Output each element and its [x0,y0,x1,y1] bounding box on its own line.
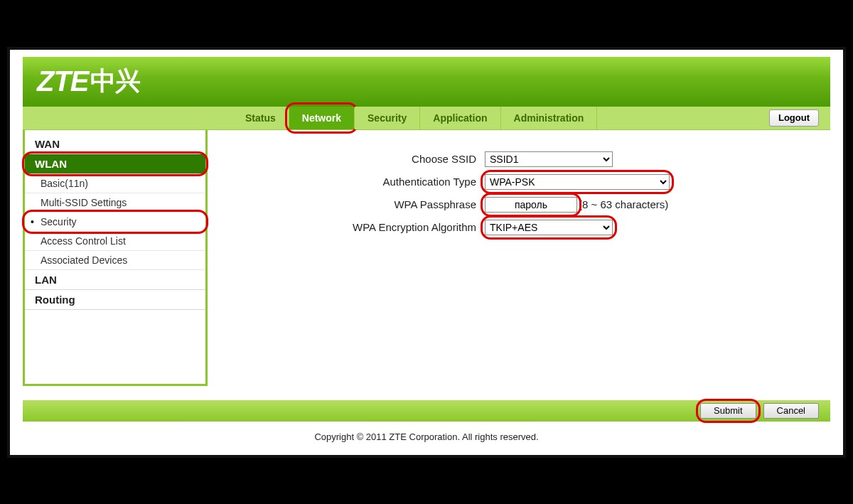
input-passphrase[interactable] [485,197,577,213]
sidebar-item-lan[interactable]: LAN [25,270,205,290]
label-pass: WPA Passphrase [229,198,485,210]
sidebar-sub-security[interactable]: Security [25,213,205,232]
label-auth: Authentication Type [229,176,485,188]
logo-brand: ZTE [37,65,89,97]
sidebar-item-wlan-label: WLAN [35,158,67,170]
sidebar-item-wan[interactable]: WAN [25,134,205,154]
wrap-pass [485,197,577,213]
header-bar: ZTE中兴 [23,57,830,107]
select-ssid[interactable]: SSID1 [485,151,613,167]
tab-application[interactable]: Application [420,107,500,129]
sidebar-sub-multissid[interactable]: Multi-SSID Settings [25,193,205,213]
logo-cn: 中兴 [90,66,140,95]
sidebar-sub-assoc[interactable]: Associated Devices [25,251,205,270]
logout-button[interactable]: Logout [769,109,819,127]
select-encryption[interactable]: TKIP+AES [485,220,613,235]
action-bar: Submit Cancel [23,400,830,422]
nav-tabs: Status Network Security Application Admi… [23,107,830,130]
cancel-button[interactable]: Cancel [763,403,819,419]
label-enc: WPA Encryption Algorithm [229,221,485,233]
wrap-submit: Submit [700,403,756,419]
tab-status[interactable]: Status [232,107,289,129]
sidebar: WAN WLAN Basic(11n) Multi-SSID Settings … [23,130,208,386]
sidebar-item-wlan[interactable]: WLAN [25,154,205,174]
footer-copyright: Copyright © 2011 ZTE Corporation. All ri… [23,422,830,442]
sidebar-sub-basic[interactable]: Basic(11n) [25,174,205,193]
body: WAN WLAN Basic(11n) Multi-SSID Settings … [23,130,830,386]
sidebar-sub-acl[interactable]: Access Control List [25,232,205,251]
tab-network[interactable]: Network [289,107,355,129]
logo: ZTE中兴 [37,64,140,99]
row-pass: WPA Passphrase (8 ~ 63 characters) [229,197,809,213]
sidebar-sub-security-label: Security [41,216,77,227]
tab-security[interactable]: Security [355,107,420,129]
row-ssid: Choose SSID SSID1 [229,151,809,167]
content-pane: Choose SSID SSID1 Authentication Type WP… [208,130,830,386]
label-ssid: Choose SSID [229,153,485,165]
row-auth: Authentication Type WPA-PSK [229,174,809,190]
select-auth[interactable]: WPA-PSK [485,174,670,190]
wrap-enc: TKIP+AES [485,220,613,235]
sidebar-item-routing[interactable]: Routing [25,290,205,310]
hint-pass: (8 ~ 63 characters) [579,198,668,210]
tab-network-label: Network [302,112,341,124]
row-enc: WPA Encryption Algorithm TKIP+AES [229,220,809,235]
submit-button[interactable]: Submit [700,403,756,419]
wrap-auth: WPA-PSK [485,174,670,190]
app-frame: ZTE中兴 Status Network Security Applicatio… [7,47,846,458]
tab-administration[interactable]: Administration [501,107,598,129]
